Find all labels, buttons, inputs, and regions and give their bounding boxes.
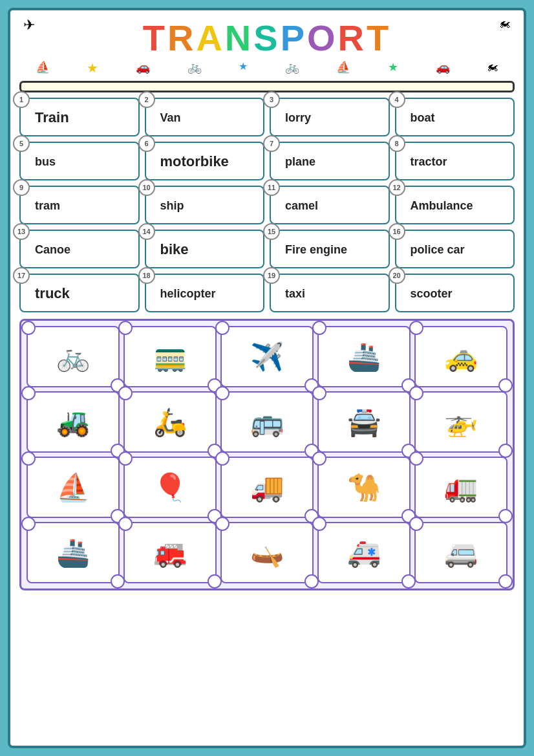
word-number: 5 <box>13 135 30 152</box>
vehicle-emoji: 🚢 <box>56 537 90 568</box>
match-circle-bottom[interactable] <box>304 574 319 589</box>
word-number: 14 <box>138 223 155 240</box>
match-circle-bottom[interactable] <box>208 574 222 589</box>
match-circle-top[interactable] <box>312 451 326 466</box>
image-cell-bike: 🚲 <box>27 326 120 387</box>
word-label: ship <box>160 199 184 213</box>
word-number: 18 <box>138 267 155 284</box>
word-label: helicopter <box>160 287 216 301</box>
word-number: 9 <box>13 179 30 196</box>
vehicle-emoji: 🚑 <box>347 537 381 568</box>
word-cell-20: 20scooter <box>395 274 515 312</box>
word-label: Van <box>160 111 181 125</box>
match-circle-top[interactable] <box>409 386 423 400</box>
word-number: 2 <box>138 91 155 108</box>
match-circle-bottom[interactable] <box>498 378 513 393</box>
word-cell-10: 10ship <box>145 186 265 224</box>
word-cell-12: 12Ambulance <box>395 186 515 224</box>
word-number: 16 <box>389 223 405 240</box>
vehicle-emoji: 🚛 <box>444 471 478 503</box>
word-label: police car <box>411 243 465 257</box>
vehicle-emoji: 🎈 <box>153 471 187 503</box>
image-cell-camel: 🐪 <box>317 457 411 518</box>
image-cell-fire-engine: 🚒 <box>123 522 217 583</box>
match-circle-top[interactable] <box>409 517 423 531</box>
image-cell-plane: ✈️ <box>220 326 314 387</box>
match-circle-top[interactable] <box>409 321 423 335</box>
word-cell-17: 17truck <box>19 274 140 312</box>
match-circle-bottom[interactable] <box>498 509 513 523</box>
word-label: Ambulance <box>411 199 473 213</box>
word-number: 4 <box>389 91 405 108</box>
match-circle-top[interactable] <box>215 321 230 335</box>
vehicle-emoji: 🚐 <box>444 537 478 568</box>
match-circle-top[interactable] <box>215 451 230 466</box>
word-label: tram <box>35 199 60 213</box>
vehicle-emoji: ✈️ <box>250 341 284 373</box>
image-cell-dump-truck: 🚛 <box>414 457 507 518</box>
word-number: 12 <box>389 179 405 196</box>
main-container: ✈ TRANSPORT 🏍 ⛵ ★ 🚗 🚲 ★ 🚲 ⛵ ★ 🚗 🏍 1Train… <box>8 8 526 748</box>
word-label: camel <box>285 199 318 213</box>
word-number: 15 <box>263 223 280 240</box>
match-circle-top[interactable] <box>118 321 133 335</box>
word-number: 6 <box>138 135 155 152</box>
match-circle-bottom[interactable] <box>401 574 416 589</box>
match-circle-top[interactable] <box>21 517 36 531</box>
word-number: 7 <box>263 135 280 152</box>
image-cell-van: 🚐 <box>414 522 507 583</box>
image-cell-ship: 🚢 <box>27 522 120 583</box>
vehicle-emoji: 🚚 <box>250 471 284 503</box>
match-circle-top[interactable] <box>118 517 133 531</box>
image-cell-taxi: 🚕 <box>414 326 507 387</box>
image-cell-truck: 🚚 <box>220 457 314 518</box>
image-cell-police-car: 🚔 <box>317 391 411 453</box>
match-circle-top[interactable] <box>215 517 230 531</box>
word-cell-16: 16police car <box>395 230 515 268</box>
word-label: Canoe <box>35 243 70 257</box>
word-cell-7: 7plane <box>270 142 390 180</box>
match-circle-bottom[interactable] <box>498 444 513 458</box>
match-circle-top[interactable] <box>312 386 326 400</box>
match-circle-top[interactable] <box>21 451 36 466</box>
vehicle-emoji: 🚁 <box>444 406 478 438</box>
image-cell-canoe: 🛶 <box>220 522 314 583</box>
vehicle-emoji: 🛵 <box>153 406 187 438</box>
page-title: TRANSPORT <box>143 17 392 59</box>
word-label: Train <box>35 109 69 126</box>
match-circle-top[interactable] <box>21 321 36 335</box>
vehicle-emoji: 🚌 <box>250 406 284 438</box>
match-circle-top[interactable] <box>118 386 133 400</box>
word-cell-4: 4boat <box>395 98 515 136</box>
word-label: Fire engine <box>285 243 347 257</box>
vehicle-emoji: 🚔 <box>347 406 381 438</box>
vehicle-emoji: 🚲 <box>56 341 90 373</box>
vehicle-emoji: ⛵ <box>56 471 90 503</box>
vehicle-emoji: 🚕 <box>444 341 478 373</box>
image-cell-bus: 🚌 <box>220 391 314 453</box>
match-circle-top[interactable] <box>21 386 36 400</box>
match-circle-bottom[interactable] <box>498 574 513 589</box>
image-section: 🚲🚃✈️🚢🚕🚜🛵🚌🚔🚁⛵🎈🚚🐪🚛🚢🚒🛶🚑🚐 <box>19 319 515 590</box>
word-cell-1: 1Train <box>19 98 140 136</box>
image-cell-sailboat: ⛵ <box>27 457 120 518</box>
word-cell-5: 5bus <box>19 142 140 180</box>
word-cell-8: 8tractor <box>395 142 515 180</box>
match-circle-bottom[interactable] <box>111 574 125 589</box>
match-circle-top[interactable] <box>118 451 133 466</box>
image-cell-tram: 🚃 <box>123 326 217 387</box>
image-cell-tractor: 🚜 <box>27 391 120 453</box>
word-cell-14: 14bike <box>145 230 265 268</box>
word-cell-11: 11camel <box>270 186 390 224</box>
word-cell-9: 9tram <box>19 186 140 224</box>
image-grid: 🚲🚃✈️🚢🚕🚜🛵🚌🚔🚁⛵🎈🚚🐪🚛🚢🚒🛶🚑🚐 <box>27 326 507 583</box>
match-circle-top[interactable] <box>215 386 230 400</box>
match-circle-top[interactable] <box>312 321 326 335</box>
word-label: scooter <box>411 287 453 301</box>
word-number: 11 <box>263 179 280 196</box>
match-circle-top[interactable] <box>409 451 423 466</box>
title-area: ✈ TRANSPORT 🏍 ⛵ ★ 🚗 🚲 ★ 🚲 ⛵ ★ 🚗 🏍 <box>17 17 517 76</box>
match-circle-top[interactable] <box>312 517 326 531</box>
vehicle-emoji: 🐪 <box>347 471 381 503</box>
word-number: 10 <box>138 179 155 196</box>
